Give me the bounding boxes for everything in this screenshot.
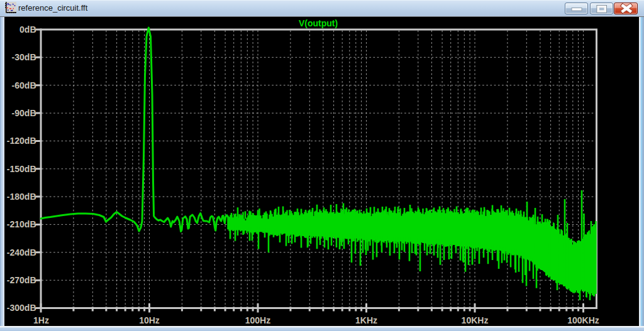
svg-text:-30dB: -30dB (12, 52, 36, 62)
svg-text:10KHz: 10KHz (462, 315, 489, 325)
svg-text:-180dB: -180dB (7, 192, 36, 202)
svg-text:-120dB: -120dB (7, 136, 36, 146)
svg-text:-150dB: -150dB (7, 164, 36, 174)
svg-text:-300dB: -300dB (7, 303, 36, 313)
svg-text:1Hz: 1Hz (33, 315, 49, 325)
svg-text:10Hz: 10Hz (139, 315, 160, 325)
svg-text:100Hz: 100Hz (245, 315, 270, 325)
svg-text:1KHz: 1KHz (355, 315, 377, 325)
svg-text:-90dB: -90dB (12, 108, 36, 118)
svg-text:-210dB: -210dB (7, 219, 36, 229)
svg-text:100KHz: 100KHz (567, 315, 599, 325)
svg-text:-60dB: -60dB (12, 80, 36, 90)
svg-text:-240dB: -240dB (7, 247, 36, 258)
svg-text:-270dB: -270dB (7, 275, 36, 285)
svg-text:0dB: 0dB (19, 24, 36, 35)
svg-text:V(output): V(output) (299, 18, 338, 28)
